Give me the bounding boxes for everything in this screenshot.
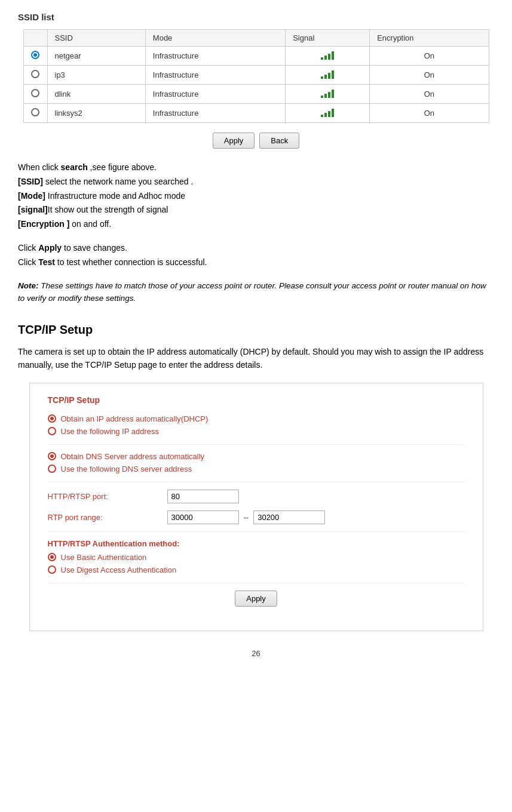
- ssid-name-0: netgear: [47, 47, 145, 66]
- desc-apply-bold: Apply: [38, 243, 62, 253]
- col-header-encryption: Encryption: [370, 30, 489, 47]
- ip-dhcp-label: Obtain an IP address automatically(DHCP): [61, 414, 209, 423]
- col-header-signal: Signal: [286, 30, 370, 47]
- auth-basic-radio: [48, 553, 56, 561]
- ssid-row-1[interactable]: ip3Infrastructure On: [23, 66, 489, 85]
- tcp-heading: TCP/IP Setup: [18, 323, 494, 337]
- ssid-mode-3: Infrastructure: [145, 104, 285, 123]
- description-actions: Click Apply to save changes. Click Test …: [18, 241, 494, 270]
- dns-manual-radio: [48, 465, 56, 473]
- auth-digest-radio: [48, 565, 56, 574]
- ssid-row-0[interactable]: netgearInfrastructure On: [23, 47, 489, 66]
- ssid-radio-1[interactable]: [23, 66, 47, 85]
- auth-digest-label: Use Digest Access Authentication: [61, 565, 177, 574]
- desc-signal-label: [signal]: [18, 205, 48, 214]
- desc-test-line: Click Test to test whether connection is…: [18, 256, 494, 270]
- signal-bars-2: [321, 88, 334, 98]
- ssid-mode-2: Infrastructure: [145, 85, 285, 104]
- ssid-encryption-1: On: [370, 66, 489, 85]
- ssid-name-3: linksys2: [47, 104, 145, 123]
- radio-unselected: [31, 70, 39, 78]
- tcp-desc-bold: TCP/IP Setup: [85, 360, 136, 370]
- rtp-port-separator: --: [244, 513, 249, 522]
- desc-mode-label: [Mode]: [18, 191, 45, 201]
- tcp-divider-3: [48, 531, 465, 532]
- ssid-row-3[interactable]: linksys2Infrastructure On: [23, 104, 489, 123]
- ssid-name-1: ip3: [47, 66, 145, 85]
- ssid-apply-button[interactable]: Apply: [213, 133, 255, 149]
- ssid-radio-3[interactable]: [23, 104, 47, 123]
- ssid-encryption-2: On: [370, 85, 489, 104]
- note-label: Note:: [18, 281, 39, 290]
- dns-manual-label: Use the following DNS server address: [61, 465, 192, 473]
- tcp-box: TCP/IP Setup Obtain an IP address automa…: [29, 383, 483, 631]
- ssid-name-2: dlink: [47, 85, 145, 104]
- ssid-mode-0: Infrastructure: [145, 47, 285, 66]
- ip-manual-label: Use the following IP address: [61, 427, 160, 436]
- http-port-row: HTTP/RTSP port:: [48, 490, 465, 503]
- auth-method-group: Use Basic Authentication Use Digest Acce…: [48, 553, 465, 574]
- ssid-radio-0[interactable]: [23, 47, 47, 66]
- tcp-apply-button[interactable]: Apply: [235, 590, 277, 607]
- rtp-port-start-input[interactable]: [167, 510, 239, 524]
- desc-mode-line: [Mode] Infrastructure mode and Adhoc mod…: [18, 189, 494, 204]
- ssid-row-2[interactable]: dlinkInfrastructure On: [23, 85, 489, 104]
- col-header-ssid: SSID: [47, 30, 145, 47]
- signal-bars-3: [321, 107, 334, 117]
- rtp-port-end-input[interactable]: [253, 510, 325, 524]
- ip-dhcp-option[interactable]: Obtain an IP address automatically(DHCP): [48, 414, 465, 423]
- ssid-button-row: Apply Back: [18, 133, 494, 149]
- dns-auto-radio: [48, 452, 56, 460]
- ssid-signal-0: [286, 47, 370, 66]
- desc-ssid-label: [SSID]: [18, 177, 43, 186]
- col-header-radio: [23, 30, 47, 47]
- ssid-encryption-0: On: [370, 47, 489, 66]
- tcp-divider-2: [48, 482, 465, 482]
- desc-enc-label: [Encryption ]: [18, 219, 69, 229]
- ip-address-group: Obtain an IP address automatically(DHCP)…: [48, 414, 465, 436]
- dns-manual-option[interactable]: Use the following DNS server address: [48, 465, 465, 473]
- http-port-input[interactable]: [167, 490, 239, 503]
- http-port-label: HTTP/RTSP port:: [48, 492, 167, 501]
- ip-manual-option[interactable]: Use the following IP address: [48, 427, 465, 436]
- signal-bars-1: [321, 69, 334, 79]
- description-block: When click search ,see figure above. [SS…: [18, 161, 494, 232]
- auth-method-label: HTTP/RTSP Authentication method:: [48, 539, 465, 548]
- auth-digest-option[interactable]: Use Digest Access Authentication: [48, 565, 465, 574]
- dns-auto-label: Obtain DNS Server address automatically: [61, 452, 205, 461]
- rtp-port-row: RTP port range: --: [48, 510, 465, 524]
- ssid-encryption-3: On: [370, 104, 489, 123]
- page-number: 26: [18, 649, 494, 658]
- tcp-button-row: Apply: [48, 590, 465, 607]
- radio-unselected: [31, 89, 39, 97]
- auth-basic-option[interactable]: Use Basic Authentication: [48, 553, 465, 562]
- ssid-back-button[interactable]: Back: [259, 133, 299, 149]
- tcp-box-title: TCP/IP Setup: [48, 395, 465, 405]
- desc-enc-line: [Encryption ] on and off.: [18, 217, 494, 232]
- ssid-table: SSID Mode Signal Encryption netgearInfra…: [23, 29, 489, 123]
- ssid-mode-1: Infrastructure: [145, 66, 285, 85]
- ssid-signal-2: [286, 85, 370, 104]
- ssid-radio-2[interactable]: [23, 85, 47, 104]
- ip-dhcp-radio: [48, 414, 56, 423]
- dns-address-group: Obtain DNS Server address automatically …: [48, 452, 465, 473]
- radio-selected: [31, 51, 39, 59]
- desc-search-line: When click search ,see figure above.: [18, 161, 494, 175]
- signal-bars-0: [321, 50, 334, 60]
- dns-auto-option[interactable]: Obtain DNS Server address automatically: [48, 452, 465, 461]
- ssid-signal-3: [286, 104, 370, 123]
- col-header-mode: Mode: [145, 30, 285, 47]
- note-text: These settings have to match those of yo…: [18, 281, 486, 303]
- radio-unselected: [31, 108, 39, 116]
- tcp-divider-1: [48, 444, 465, 445]
- desc-search-bold: search: [61, 162, 88, 172]
- desc-test-bold: Test: [38, 257, 55, 267]
- desc-ssid-line: [SSID] select the network name you searc…: [18, 175, 494, 189]
- desc-apply-line: Click Apply to save changes.: [18, 241, 494, 256]
- ssid-section-title: SSID list: [18, 12, 494, 22]
- tcp-divider-4: [48, 583, 465, 583]
- auth-basic-label: Use Basic Authentication: [61, 553, 147, 562]
- ssid-signal-1: [286, 66, 370, 85]
- tcp-desc: The camera is set up to obtain the IP ad…: [18, 345, 494, 372]
- rtp-port-label: RTP port range:: [48, 513, 167, 522]
